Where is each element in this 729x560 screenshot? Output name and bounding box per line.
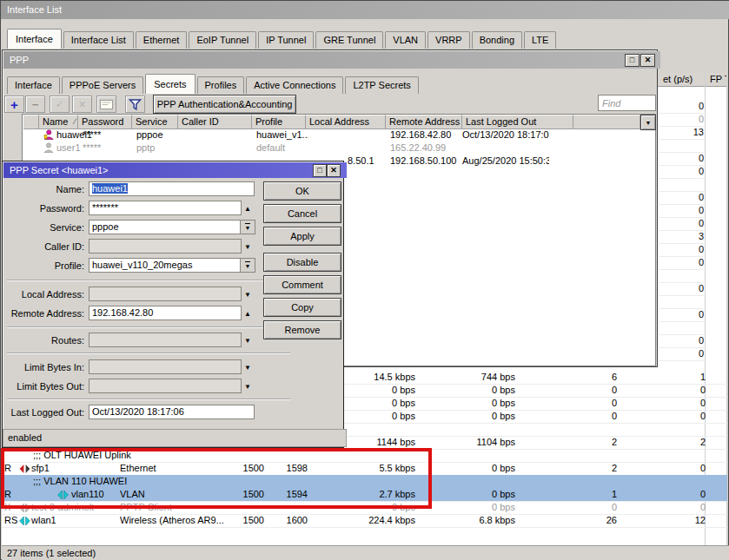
- interface-rx-packet: 2: [631, 436, 706, 449]
- packet-count-cell: 13: [659, 126, 704, 140]
- maximize-icon[interactable]: □: [625, 54, 640, 67]
- interface-tx-packet: 2: [542, 462, 617, 475]
- packet-count-cell: [659, 269, 704, 283]
- interface-rx-rate: 1104 bps: [441, 436, 515, 449]
- interface-table-header-strip: [2, 73, 727, 87]
- item-count-text: 27 items (1 selected): [7, 548, 96, 558]
- interface-row[interactable]: 14.5 kbps744 bps61: [2, 371, 727, 385]
- interface-rx-packet: 0: [631, 488, 706, 501]
- interface-row[interactable]: [2, 423, 727, 437]
- column-header-fp[interactable]: FP T: [710, 74, 727, 84]
- interface-list-statusbar: 27 items (1 selected): [2, 545, 729, 560]
- interface-mtu: 1500: [207, 514, 264, 527]
- interface-rx-packet: 1: [631, 371, 706, 384]
- interface-tx-packet: 0: [542, 384, 617, 397]
- tab-ethernet[interactable]: Ethernet: [136, 31, 188, 49]
- interface-tx-packet: 0: [542, 410, 617, 423]
- packet-count-cell: 0: [659, 204, 704, 218]
- packet-count-cell: [659, 321, 704, 335]
- interface-name: wlan1: [31, 514, 118, 527]
- wireless-icon: [19, 516, 31, 526]
- tab-vrrp[interactable]: VRRP: [427, 31, 470, 49]
- packet-count-cell: 0: [659, 282, 704, 296]
- tab-interface[interactable]: Interface: [7, 29, 62, 49]
- interface-rx-packet: 0: [631, 397, 706, 410]
- column-header-packet[interactable]: et (p/s): [663, 74, 703, 84]
- ppp-title: PPP: [10, 55, 29, 65]
- interface-tx-rate: 0 bps: [342, 410, 415, 423]
- interface-tx-rate: 1144 bps: [342, 436, 415, 449]
- interface-rx-packet: 0: [631, 384, 706, 397]
- interface-rx-packet: 0: [631, 410, 706, 423]
- interface-row[interactable]: 0 bps0 bps00: [2, 384, 727, 398]
- packet-count-cell: 0: [659, 256, 704, 270]
- interface-tx-rate: 224.4 kbps: [342, 514, 415, 527]
- interface-list-titlebar: Interface List: [1, 1, 729, 19]
- screen: Interface List InterfaceInterface ListEt…: [0, 0, 729, 560]
- packet-count-cell: 0: [659, 100, 704, 114]
- interface-l2mtu: 1600: [257, 514, 308, 527]
- packet-count-cell: 0: [659, 243, 704, 257]
- packet-count-cell: [659, 139, 704, 153]
- tab-interface-list[interactable]: Interface List: [63, 31, 134, 49]
- packet-count-cell: 0: [659, 334, 704, 348]
- packet-count-cell: 0: [659, 113, 704, 127]
- interface-tx-packet: 0: [542, 501, 617, 514]
- interface-tx-rate: 0 bps: [342, 397, 415, 410]
- packet-count-cell: 0: [659, 347, 704, 361]
- packet-count-cell: 0: [659, 191, 704, 205]
- close-icon[interactable]: ✕: [640, 54, 655, 67]
- packet-count-cell: 3: [659, 230, 704, 244]
- ppp-titlebar: PPP: [3, 51, 660, 69]
- packet-count-cell: 0: [659, 308, 704, 322]
- interface-rx-rate: 0 bps: [441, 488, 515, 501]
- interface-flags: RS: [4, 514, 20, 527]
- interface-rx-rate: 0 bps: [441, 384, 515, 397]
- interface-rx-rate: 6.8 kbps: [441, 514, 515, 527]
- packet-count-cell: 0: [659, 217, 704, 231]
- tab-gre-tunnel[interactable]: GRE Tunnel: [315, 31, 383, 49]
- tab-bonding[interactable]: Bonding: [472, 31, 522, 49]
- interface-row[interactable]: RSwlan1Wireless (Atheros AR9...150016002…: [2, 514, 727, 528]
- interface-rx-packet: 0: [631, 501, 706, 514]
- annotation-rectangle: [1, 448, 432, 509]
- interface-tx-packet: 2: [542, 436, 617, 449]
- packet-count-cell: 0: [659, 165, 704, 179]
- tab-ip-tunnel[interactable]: IP Tunnel: [258, 31, 314, 49]
- interface-list-title: Interface List: [7, 4, 62, 15]
- interface-tx-packet: 26: [542, 514, 617, 527]
- packet-count-cell: 0: [659, 152, 704, 166]
- tab-lte[interactable]: LTE: [524, 31, 556, 49]
- interface-rx-rate: 0 bps: [441, 462, 515, 475]
- interface-row[interactable]: 0 bps0 bps00: [2, 410, 727, 424]
- interface-tx-packet: 1: [542, 488, 617, 501]
- interface-rx-packet: 12: [631, 514, 706, 527]
- packet-count-cell: [659, 295, 704, 309]
- tab-eoip-tunnel[interactable]: EoIP Tunnel: [189, 31, 256, 49]
- interface-list-tabbar: InterfaceInterface ListEthernetEoIP Tunn…: [7, 24, 556, 49]
- packet-count-cell: [659, 178, 704, 192]
- interface-rx-rate: 744 bps: [441, 371, 515, 384]
- interface-row[interactable]: 0 bps0 bps00: [2, 397, 727, 411]
- interface-rx-rate: 0 bps: [441, 501, 515, 514]
- interface-tx-packet: 0: [542, 397, 617, 410]
- interface-tx-rate: 0 bps: [342, 384, 415, 397]
- interface-tx-rate: 14.5 kbps: [342, 371, 415, 384]
- interface-rx-rate: 0 bps: [441, 397, 515, 410]
- interface-rx-rate: 0 bps: [441, 410, 515, 423]
- interface-rx-packet: 0: [631, 462, 706, 475]
- interface-tx-packet: 6: [542, 371, 617, 384]
- tab-vlan[interactable]: VLAN: [385, 31, 426, 49]
